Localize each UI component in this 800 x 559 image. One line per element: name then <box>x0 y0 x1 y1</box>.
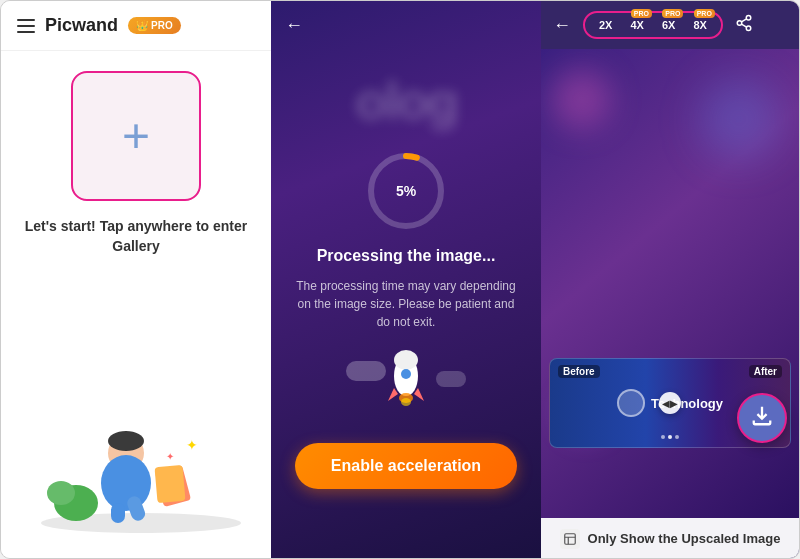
enable-acceleration-button[interactable]: Enable acceleration <box>295 443 517 489</box>
pro-tag-8x: PRO <box>694 9 715 18</box>
svg-marker-17 <box>388 388 398 401</box>
upscale-toggle-icon <box>560 529 580 549</box>
svg-point-22 <box>737 21 742 26</box>
processing-title: Processing the image... <box>317 247 496 265</box>
svg-point-2 <box>108 431 144 451</box>
svg-point-16 <box>401 369 411 379</box>
download-button[interactable] <box>737 393 787 443</box>
svg-marker-18 <box>414 388 424 401</box>
back-button-middle[interactable]: ← <box>285 15 303 36</box>
back-button-right[interactable]: ← <box>553 15 571 36</box>
app-title: Picwand <box>45 15 118 36</box>
svg-point-20 <box>401 398 411 406</box>
middle-panel: ← olog 5% Processing the image... The pr… <box>271 1 541 558</box>
deco-circle-1 <box>551 69 611 129</box>
svg-point-21 <box>746 16 751 21</box>
svg-line-24 <box>741 24 746 27</box>
svg-line-25 <box>741 19 746 22</box>
right-header: ← 2X PRO 4X PRO 6X PRO 8X <box>541 1 799 49</box>
processing-description: The processing time may vary depending o… <box>291 277 521 331</box>
hamburger-menu-icon[interactable] <box>17 19 35 33</box>
share-button[interactable] <box>735 14 753 36</box>
pro-badge: 👑 PRO <box>128 17 181 34</box>
preview-logo <box>617 389 645 417</box>
left-content: + Let's start! Tap anywhere to enter Gal… <box>1 51 271 558</box>
upscaled-image-toggle[interactable]: Only Show the Upscaled Image <box>541 518 799 558</box>
svg-point-15 <box>394 350 418 370</box>
rocket-icon <box>376 346 436 416</box>
gallery-prompt-text: Let's start! Tap anywhere to enter Galle… <box>21 217 251 256</box>
svg-point-7 <box>47 481 75 505</box>
illustration-area: ✦ ✦ <box>21 378 251 538</box>
cloud-right <box>436 371 466 387</box>
left-header: Picwand 👑 PRO <box>1 1 271 51</box>
progress-percent-label: 5% <box>396 183 416 199</box>
app-container: Picwand 👑 PRO + Let's start! Tap anywher… <box>0 0 800 559</box>
scale-options-group: 2X PRO 4X PRO 6X PRO 8X <box>583 11 723 39</box>
crown-icon: 👑 <box>136 20 148 31</box>
plus-icon: + <box>122 112 150 160</box>
scale-4x-button[interactable]: PRO 4X <box>624 17 649 33</box>
blurred-bg-text: olog <box>355 71 457 131</box>
person-illustration: ✦ ✦ <box>21 378 251 538</box>
right-panel: ← 2X PRO 4X PRO 6X PRO 8X <box>541 1 799 558</box>
scale-8x-button[interactable]: PRO 8X <box>687 17 712 33</box>
svg-text:✦: ✦ <box>186 437 198 453</box>
before-label: Before <box>558 365 600 378</box>
progress-ring: 5% <box>366 151 446 231</box>
divider-arrows-icon: ◀▶ <box>662 398 678 409</box>
scale-6x-button[interactable]: PRO 6X <box>656 17 681 33</box>
pro-tag-6x: PRO <box>662 9 683 18</box>
svg-point-3 <box>101 455 151 511</box>
right-main-content: Before After Technology ◀▶ <box>541 49 799 518</box>
add-image-button[interactable]: + <box>71 71 201 201</box>
svg-rect-9 <box>154 465 185 503</box>
upscaled-image-label: Only Show the Upscaled Image <box>588 531 781 546</box>
comparison-divider-handle[interactable]: ◀▶ <box>659 392 681 414</box>
deco-circle-2 <box>699 79 779 159</box>
rocket-area <box>346 351 466 431</box>
download-icon <box>751 405 773 432</box>
svg-rect-26 <box>564 533 575 544</box>
svg-point-23 <box>746 26 751 31</box>
svg-text:✦: ✦ <box>166 451 174 462</box>
scale-2x-button[interactable]: 2X <box>593 17 618 33</box>
share-icon <box>735 14 753 32</box>
after-label: After <box>749 365 782 378</box>
svg-rect-4 <box>111 503 125 523</box>
preview-dots <box>661 435 679 439</box>
pro-tag-4x: PRO <box>631 9 652 18</box>
left-panel: Picwand 👑 PRO + Let's start! Tap anywher… <box>1 1 271 558</box>
